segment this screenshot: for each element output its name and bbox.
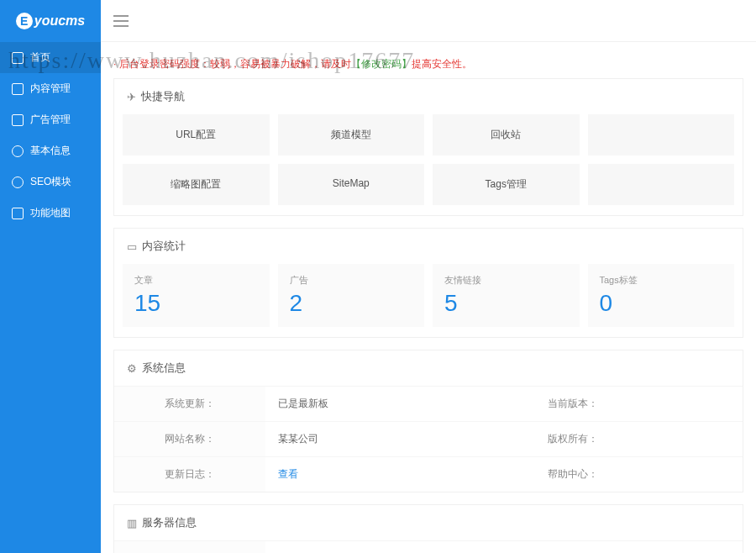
- stats-panel: ▭内容统计 文章15 广告2 友情链接5 Tags标签0: [113, 228, 743, 338]
- circle-slash-icon: [12, 176, 24, 188]
- stat-card-ads: 广告2: [278, 264, 425, 327]
- sidebar-item-map[interactable]: 功能地图: [0, 198, 101, 229]
- sidebar-item-label: 基本信息: [30, 144, 71, 158]
- sidebar-item-label: 首页: [30, 50, 50, 65]
- sidebar-item-seo[interactable]: SEO模块: [0, 166, 101, 198]
- panel-title: ✈快捷导航: [114, 79, 743, 114]
- table-row: 网站名称：某某公司版权所有：: [114, 422, 743, 457]
- sidebar-item-label: 功能地图: [30, 206, 71, 220]
- quick-nav-panel: ✈快捷导航 URL配置 频道模型 回收站 缩略图配置 SiteMap Tags管…: [113, 78, 743, 216]
- quick-btn-recycle[interactable]: 回收站: [433, 114, 580, 155]
- sidebar-item-label: 广告管理: [30, 113, 71, 127]
- quick-btn-tags[interactable]: Tags管理: [433, 164, 580, 205]
- sidebar: Eyoucms 首页 内容管理 广告管理 基本信息 SEO模块 功能地图: [0, 0, 101, 553]
- sidebar-item-home[interactable]: 首页: [0, 42, 101, 73]
- home-icon: [12, 52, 24, 64]
- quick-btn-channel[interactable]: 频道模型: [278, 114, 425, 155]
- ad-icon: [12, 114, 24, 126]
- table-row: 更新日志：查看帮助中心：: [114, 457, 743, 492]
- table-row: 服务器系统：Linux网站域名/IP：: [114, 541, 743, 554]
- security-alert: · 后台登录密码强度：较弱，容易被暴力破解，请及时【修改密码】提高安全性。: [113, 50, 743, 78]
- doc-icon: [12, 83, 24, 95]
- panel-title: ▥服务器信息: [114, 505, 743, 540]
- sidebar-item-basic[interactable]: 基本信息: [0, 135, 101, 166]
- stats-icon: ▭: [127, 240, 137, 253]
- server-icon: ▥: [127, 517, 137, 529]
- stat-card-links: 友情链接5: [433, 264, 580, 327]
- panel-title: ▭内容统计: [114, 229, 743, 264]
- send-icon: ✈: [127, 91, 136, 103]
- grid-icon: [12, 208, 24, 219]
- sidebar-item-label: SEO模块: [30, 175, 71, 189]
- quick-btn-thumb[interactable]: 缩略图配置: [123, 164, 270, 205]
- table-row: 系统更新：已是最新板当前版本：: [114, 387, 743, 422]
- stat-card-tags: Tags标签0: [588, 264, 735, 327]
- sidebar-item-content[interactable]: 内容管理: [0, 73, 101, 104]
- quick-btn-extra1[interactable]: [588, 114, 735, 155]
- stat-card-article: 文章15: [123, 264, 270, 327]
- gear-icon: [12, 145, 24, 157]
- gear-icon: ⚙: [127, 362, 137, 375]
- sidebar-item-ads[interactable]: 广告管理: [0, 104, 101, 135]
- quick-btn-url[interactable]: URL配置: [123, 114, 270, 155]
- changelog-link[interactable]: 查看: [278, 468, 298, 480]
- server-info-panel: ▥服务器信息 服务器系统：Linux网站域名/IP： 服务器环境：apacheP…: [113, 504, 743, 553]
- topbar: [101, 0, 756, 42]
- system-info-panel: ⚙系统信息 系统更新：已是最新板当前版本： 网站名称：某某公司版权所有： 更新日…: [113, 350, 743, 492]
- quick-btn-extra2[interactable]: [588, 164, 735, 205]
- panel-title: ⚙系统信息: [114, 350, 743, 386]
- menu-toggle[interactable]: [113, 15, 129, 27]
- logo-icon: E: [16, 13, 33, 29]
- logo: Eyoucms: [0, 0, 101, 42]
- sidebar-item-label: 内容管理: [30, 82, 71, 96]
- quick-btn-sitemap[interactable]: SiteMap: [278, 164, 425, 205]
